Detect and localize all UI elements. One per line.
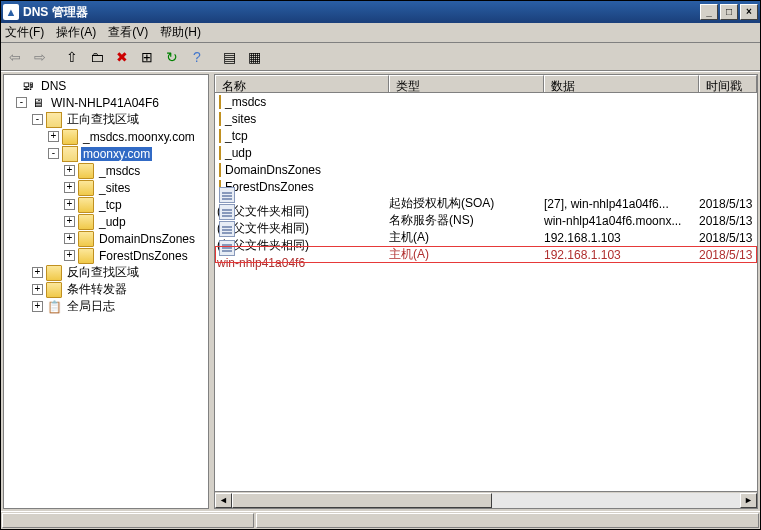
col-ts[interactable]: 时间戳 [699,75,757,92]
folder-icon [219,146,221,160]
record-ts: 2018/5/13 [699,197,757,211]
folder-open-icon [46,112,62,128]
record-type: 起始授权机构(SOA) [389,195,544,212]
expand-icon[interactable]: + [64,182,75,193]
tree-reverse[interactable]: 反向查找区域 [65,264,141,281]
tree-sub[interactable]: _msdcs [97,164,142,178]
scroll-track[interactable] [232,493,740,508]
show-hide-button[interactable]: 🗀 [85,45,109,69]
menu-action[interactable]: 操作(A) [56,24,96,41]
expand-icon[interactable]: + [64,199,75,210]
record-type: 名称服务器(NS) [389,212,544,229]
tree-sub[interactable]: _udp [97,215,128,229]
record-data: win-nhlp41a04f6.moonx... [544,214,699,228]
expand-icon[interactable]: + [64,233,75,244]
statusbar [1,511,760,529]
record-type: 主机(A) [389,246,544,263]
list-header: 名称 类型 数据 时间戳 [215,75,757,93]
list-item-folder[interactable]: _msdcs [215,93,757,110]
col-data[interactable]: 数据 [544,75,699,92]
help-button[interactable]: ? [185,45,209,69]
tree-conditional[interactable]: 条件转发器 [65,281,129,298]
dns-root-icon: 🖳 [20,78,36,94]
view1-button[interactable]: ▤ [217,45,241,69]
menu-view[interactable]: 查看(V) [108,24,148,41]
folder-open-icon [62,146,78,162]
folder-icon [78,231,94,247]
menubar: 文件(F) 操作(A) 查看(V) 帮助(H) [1,23,760,43]
close-button[interactable]: × [740,4,758,20]
list-item-folder[interactable]: _udp [215,144,757,161]
server-icon: 🖥 [30,95,46,111]
minimize-button[interactable]: _ [700,4,718,20]
record-data: [27], win-nhlp41a04f6... [544,197,699,211]
view2-button[interactable]: ▦ [242,45,266,69]
back-button[interactable]: ⇦ [3,45,27,69]
col-type[interactable]: 类型 [389,75,544,92]
tree-sub[interactable]: _sites [97,181,132,195]
record-ts: 2018/5/13 [699,231,757,245]
list-item-record[interactable]: win-nhlp41a04f6主机(A)192.168.1.1032018/5/… [215,246,757,263]
folder-icon [219,163,221,177]
record-icon [219,240,235,256]
expand-icon[interactable]: - [32,114,43,125]
tree-msdcs-zone[interactable]: _msdcs.moonxy.com [81,130,197,144]
log-icon: 📋 [46,299,62,315]
status-cell [2,513,254,528]
record-icon [219,204,235,220]
folder-name: _tcp [225,129,248,143]
scroll-thumb[interactable] [232,493,492,508]
record-type: 主机(A) [389,229,544,246]
titlebar[interactable]: ▲ DNS 管理器 _ □ × [1,1,760,23]
list-item-folder[interactable]: _sites [215,110,757,127]
record-data: 192.168.1.103 [544,231,699,245]
expand-icon[interactable]: + [48,131,59,142]
record-icon [219,221,235,237]
folder-icon [62,129,78,145]
expand-icon[interactable]: - [48,148,59,159]
folder-icon [46,282,62,298]
tree-sub[interactable]: ForestDnsZones [97,249,190,263]
tree-root[interactable]: DNS [39,79,68,93]
list-item-folder[interactable]: _tcp [215,127,757,144]
refresh-button[interactable]: ↻ [160,45,184,69]
tree-sub[interactable]: _tcp [97,198,124,212]
folder-icon [78,197,94,213]
tree-forward[interactable]: 正向查找区域 [65,111,141,128]
main-area: 🖳DNS -🖥WIN-NHLP41A04F6 -正向查找区域 +_msdcs.m… [1,71,760,511]
toolbar: ⇦ ⇨ ⇧ 🗀 ✖ ⊞ ↻ ? ▤ ▦ [1,43,760,71]
folder-icon [219,112,221,126]
menu-file[interactable]: 文件(F) [5,24,44,41]
folder-icon [78,214,94,230]
tree-zone-selected[interactable]: moonxy.com [81,147,152,161]
maximize-button[interactable]: □ [720,4,738,20]
horizontal-scrollbar[interactable]: ◄ ► [215,491,757,508]
expand-icon[interactable]: + [32,284,43,295]
expand-icon[interactable]: + [64,250,75,261]
folder-icon [78,248,94,264]
expand-icon[interactable]: + [32,267,43,278]
scroll-right-button[interactable]: ► [740,493,757,508]
scroll-left-button[interactable]: ◄ [215,493,232,508]
forward-button[interactable]: ⇨ [28,45,52,69]
expand-icon[interactable]: + [32,301,43,312]
expand-icon[interactable]: + [64,165,75,176]
tree-sub[interactable]: DomainDnsZones [97,232,197,246]
record-ts: 2018/5/13 [699,248,757,262]
folder-icon [219,95,221,109]
tree-server[interactable]: WIN-NHLP41A04F6 [49,96,161,110]
tree-pane[interactable]: 🖳DNS -🖥WIN-NHLP41A04F6 -正向查找区域 +_msdcs.m… [3,74,209,509]
list-item-folder[interactable]: DomainDnsZones [215,161,757,178]
folder-icon [78,180,94,196]
expand-icon[interactable]: + [64,216,75,227]
list-pane: 名称 类型 数据 时间戳 _msdcs_sites_tcp_udpDomainD… [214,74,758,509]
list-body[interactable]: _msdcs_sites_tcp_udpDomainDnsZonesForest… [215,93,757,508]
up-button[interactable]: ⇧ [60,45,84,69]
properties-button[interactable]: ⊞ [135,45,159,69]
delete-button[interactable]: ✖ [110,45,134,69]
tree-log[interactable]: 全局日志 [65,298,117,315]
folder-icon [78,163,94,179]
expand-icon[interactable]: - [16,97,27,108]
menu-help[interactable]: 帮助(H) [160,24,201,41]
col-name[interactable]: 名称 [215,75,389,92]
